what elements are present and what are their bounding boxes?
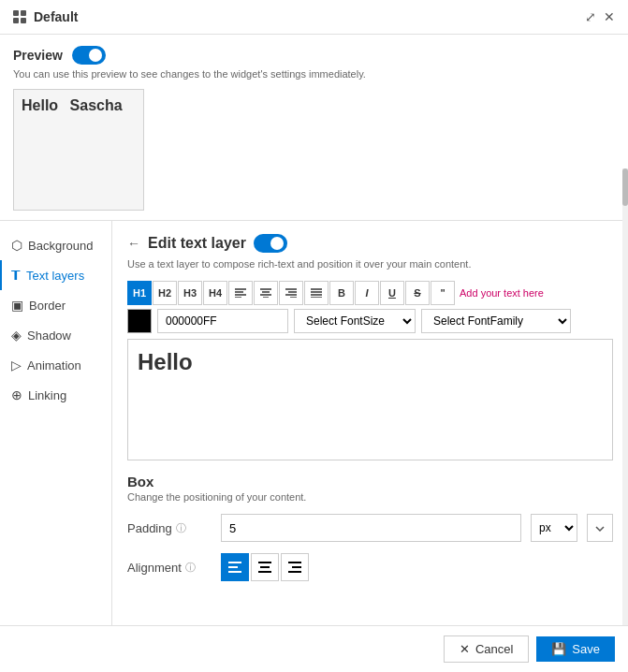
align-left-button[interactable]: [221, 553, 249, 581]
top-bar: Default ⤢ ✕: [0, 0, 628, 35]
page-title: Default: [34, 9, 78, 24]
section-title: Edit text layer: [148, 235, 246, 252]
shadow-icon: ◈: [11, 328, 22, 343]
main-layout: ⬡ Background 𝗧 Text layers ▣ Border ◈ Sh…: [0, 221, 628, 672]
top-bar-title-group: Default: [13, 9, 78, 24]
svg-rect-22: [288, 562, 301, 563]
toolbar-bold[interactable]: B: [329, 281, 354, 305]
alignment-info-icon: ⓘ: [185, 561, 196, 575]
sidebar: ⬡ Background 𝗧 Text layers ▣ Border ◈ Sh…: [0, 221, 112, 672]
bottom-bar: ✕ Cancel 💾 Save: [0, 625, 628, 672]
toolbar-strikethrough[interactable]: S: [405, 281, 430, 305]
svg-rect-24: [288, 571, 301, 573]
font-family-select[interactable]: Select FontFamily: [421, 309, 571, 333]
svg-rect-23: [292, 566, 301, 568]
align-center-button[interactable]: [251, 553, 279, 581]
toolbar-row: H1 H2 H3 H4 B I U S " Add your text here: [127, 281, 613, 305]
sidebar-item-border[interactable]: ▣ Border: [0, 290, 111, 320]
sidebar-item-linking[interactable]: ⊕ Linking: [0, 380, 111, 410]
toolbar-align-left[interactable]: [228, 281, 253, 305]
sidebar-item-background[interactable]: ⬡ Background: [0, 230, 111, 260]
box-title: Box: [127, 474, 613, 489]
preview-name: Sascha: [70, 97, 123, 113]
save-button[interactable]: 💾 Save: [536, 636, 615, 662]
toolbar-h4[interactable]: H4: [203, 281, 227, 305]
padding-label: Padding ⓘ: [127, 521, 212, 535]
sidebar-item-animation[interactable]: ▷ Animation: [0, 350, 111, 380]
edit-toggle[interactable]: [254, 234, 287, 253]
cancel-label: Cancel: [475, 642, 513, 656]
svg-rect-19: [258, 562, 271, 563]
text-editor[interactable]: Hello: [127, 339, 613, 460]
scrollbar-track[interactable]: [622, 168, 628, 635]
editor-content: Hello: [138, 349, 193, 374]
sidebar-item-text-layers[interactable]: 𝗧 Text layers: [0, 260, 111, 290]
box-section: Box Change the positioning of your conte…: [127, 474, 613, 581]
alignment-buttons: [221, 553, 309, 581]
svg-rect-16: [228, 562, 241, 563]
svg-rect-20: [260, 566, 270, 568]
sidebar-label-linking: Linking: [28, 388, 66, 402]
box-hint: Change the positioning of your content.: [127, 491, 613, 503]
align-right-button[interactable]: [281, 553, 309, 581]
padding-input[interactable]: [221, 514, 521, 542]
preview-header: Preview: [13, 46, 615, 65]
linking-icon: ⊕: [11, 387, 22, 402]
padding-row: Padding ⓘ px: [127, 514, 613, 542]
sidebar-label-shadow: Shadow: [27, 329, 71, 343]
preview-toggle[interactable]: [72, 46, 106, 65]
text-layers-icon: 𝗧: [11, 268, 21, 283]
preview-hint: You can use this preview to see changes …: [13, 68, 615, 80]
toolbar-align-center[interactable]: [254, 281, 278, 305]
svg-rect-21: [258, 571, 271, 573]
alignment-label: Alignment ⓘ: [127, 561, 212, 575]
preview-content: Hello Sascha: [22, 97, 136, 114]
content-area: ← Edit text layer Use a text layer to co…: [112, 221, 628, 672]
save-label: Save: [572, 642, 600, 656]
preview-hello: Hello: [22, 97, 58, 113]
toolbar-align-right[interactable]: [279, 281, 303, 305]
sidebar-label-animation: Animation: [27, 358, 81, 373]
back-button[interactable]: ←: [127, 236, 140, 251]
alignment-row: Alignment ⓘ: [127, 553, 613, 581]
preview-section: Preview You can use this preview to see …: [0, 35, 628, 221]
sidebar-item-shadow[interactable]: ◈ Shadow: [0, 320, 111, 350]
background-icon: ⬡: [11, 238, 22, 253]
toolbar-quote[interactable]: ": [431, 281, 455, 305]
preview-title: Preview: [13, 48, 63, 63]
sidebar-label-border: Border: [29, 299, 66, 313]
toolbar-italic[interactable]: I: [355, 281, 379, 305]
cancel-x-icon: ✕: [460, 642, 470, 656]
toolbar-h1[interactable]: H1: [127, 281, 152, 305]
toolbar-h3[interactable]: H3: [178, 281, 202, 305]
toolbar-underline[interactable]: U: [380, 281, 404, 305]
scrollbar-thumb[interactable]: [622, 168, 628, 206]
sidebar-label-text-layers: Text layers: [26, 269, 84, 283]
toolbar-justify[interactable]: [304, 281, 329, 305]
padding-info-icon: ⓘ: [176, 521, 186, 535]
svg-rect-17: [228, 566, 238, 568]
edit-header: ← Edit text layer: [127, 234, 613, 253]
sidebar-label-background: Background: [28, 239, 93, 253]
padding-expand-button[interactable]: [587, 514, 613, 542]
color-swatch[interactable]: [127, 309, 152, 333]
edit-hint: Use a text layer to compose rich-text an…: [127, 258, 613, 270]
svg-rect-18: [228, 571, 241, 573]
animation-icon: ▷: [11, 358, 22, 373]
grid-icon: [13, 10, 26, 23]
font-size-select[interactable]: Select FontSize: [294, 309, 416, 333]
preview-box: Hello Sascha: [13, 89, 144, 211]
expand-icon[interactable]: ⤢: [585, 9, 596, 24]
color-input[interactable]: [157, 309, 288, 333]
close-icon[interactable]: ✕: [604, 9, 615, 24]
border-icon: ▣: [11, 298, 23, 313]
cancel-button[interactable]: ✕ Cancel: [444, 635, 529, 663]
top-bar-actions: ⤢ ✕: [585, 9, 615, 24]
save-icon: 💾: [551, 642, 566, 656]
color-font-row: Select FontSize Select FontFamily: [127, 309, 613, 333]
toolbar-h2[interactable]: H2: [153, 281, 177, 305]
padding-unit-select[interactable]: px: [531, 514, 577, 542]
toolbar-hint: Add your text here: [460, 287, 544, 299]
